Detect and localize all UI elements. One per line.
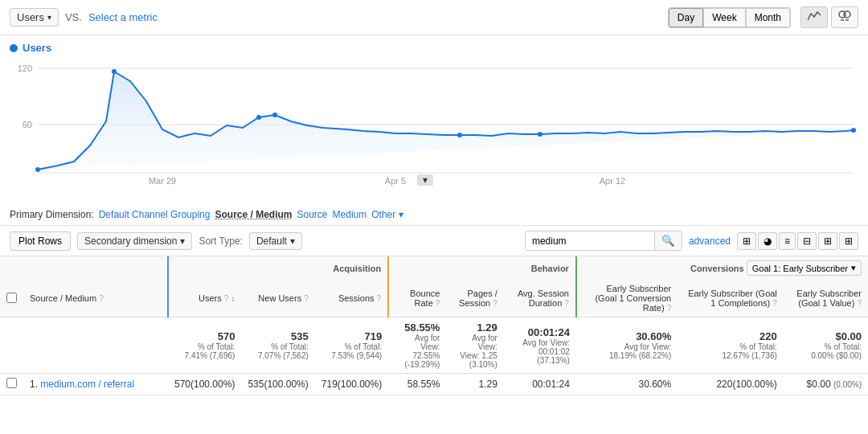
svg-text:Apr 5: Apr 5 <box>385 176 406 186</box>
filter2-view-button[interactable]: ⊞ <box>818 232 837 250</box>
source-medium-link[interactable]: Source / Medium <box>215 209 292 220</box>
bounce-help-icon[interactable]: ? <box>436 299 440 308</box>
sort-type-dropdown[interactable]: Default ▾ <box>249 232 302 250</box>
users-dropdown[interactable]: Users ▾ <box>10 8 59 27</box>
sort-arrow-icon: ▾ <box>290 235 295 247</box>
week-button[interactable]: Week <box>703 8 745 27</box>
th-sessions: Sessions ? <box>315 280 388 317</box>
source-medium-help-icon[interactable]: ? <box>99 294 104 303</box>
svg-point-14 <box>538 132 542 137</box>
row1-conv-rate: 30.60% <box>576 374 678 395</box>
table-view-button[interactable]: ⊞ <box>839 232 858 250</box>
default-channel-link[interactable]: Default Channel Grouping <box>99 209 211 220</box>
conversions-header: Conversions Goal 1: Early Subscriber ▾ <box>576 256 868 280</box>
conversions-label: Conversions <box>690 264 744 273</box>
other-dropdown[interactable]: Other ▾ <box>371 209 403 220</box>
sessions-help-icon[interactable]: ? <box>377 294 382 303</box>
row1-avg-session: 00:01:24 <box>504 374 576 395</box>
pie-chart-button[interactable] <box>831 6 858 28</box>
totals-sessions-cell: 719 % of Total: 7.53% (9,544) <box>315 317 388 374</box>
table-row: 1. medium.com / referral 570(100.00%) 53… <box>0 374 868 395</box>
source-medium-col-header <box>23 256 168 280</box>
table-column-header-row: Source / Medium ? Users ? ↓ New Users ? … <box>0 280 868 317</box>
medium-link[interactable]: Medium <box>333 209 367 220</box>
secondary-dimension-dropdown[interactable]: Secondary dimension ▾ <box>77 232 192 250</box>
chart-legend: Users <box>10 42 858 54</box>
totals-pages-cell: 1.29 Avg for View: View: 1.25 (3.10%) <box>446 317 503 374</box>
table-section-header-row: Acquisition Behavior Conversions Goal 1:… <box>0 256 868 280</box>
primary-dimension-bar: Primary Dimension: Default Channel Group… <box>0 204 868 226</box>
users-sort-icon[interactable]: ↓ <box>231 294 235 303</box>
th-source-medium: Source / Medium ? <box>23 280 168 317</box>
th-bounce-rate: Bounce Rate ? <box>388 280 446 317</box>
th-users: Users ? ↓ <box>168 280 241 317</box>
totals-value-cell: $0.00 % of Total: 0.00% ($0.00) <box>784 317 868 374</box>
conv-rate-help-icon[interactable]: ? <box>667 304 672 313</box>
svg-point-1 <box>844 11 850 18</box>
goal-dropdown[interactable]: Goal 1: Early Subscriber ▾ <box>747 260 862 276</box>
row1-new-users: 535(100.00%) <box>241 374 314 395</box>
view-buttons: ⊞ ◕ ≡ ⊟ ⊞ ⊞ <box>737 232 858 250</box>
chart-svg: 120 60 <box>10 57 858 186</box>
chart-container: Users 120 60 <box>0 35 868 204</box>
search-box: 🔍 <box>525 231 682 251</box>
row1-pages: 1.29 <box>446 374 503 395</box>
behavior-header: Behavior <box>388 256 576 280</box>
totals-row: 570 % of Total: 7.41% (7,696) 535 % of T… <box>0 317 868 374</box>
month-button[interactable]: Month <box>746 8 790 27</box>
totals-conv-rate-cell: 30.60% Avg for View: 18.19% (68.22%) <box>576 317 678 374</box>
totals-avg-session-cell: 00:01:24 Avg for View: 00:01:02 (37.13%) <box>504 317 576 374</box>
select-metric-link[interactable]: Select a metric <box>88 11 158 23</box>
svg-point-12 <box>272 113 277 117</box>
th-conv-rate: Early Subscriber (Goal 1 Conversion Rate… <box>576 280 678 317</box>
select-all-checkbox[interactable] <box>6 293 17 303</box>
totals-new-users-cell: 535 % of Total: 7.07% (7,562) <box>241 317 314 374</box>
primary-dim-label: Primary Dimension: <box>10 209 94 220</box>
totals-label-cell <box>23 317 168 374</box>
svg-point-15 <box>851 128 856 133</box>
dropdown-arrow-icon: ▾ <box>47 13 51 22</box>
row1-checkbox-input[interactable] <box>6 378 17 388</box>
totals-completions-cell: 220 % of Total: 12.67% (1,736) <box>678 317 784 374</box>
people-chart-icon <box>838 10 851 22</box>
search-input[interactable] <box>526 232 654 250</box>
data-table: Acquisition Behavior Conversions Goal 1:… <box>0 256 868 395</box>
svg-text:60: 60 <box>23 120 32 129</box>
time-button-group: Day Week Month <box>668 7 791 28</box>
line-chart-button[interactable] <box>800 6 828 28</box>
secondary-dim-arrow-icon: ▾ <box>180 235 185 247</box>
chart-type-buttons <box>800 6 858 28</box>
th-avg-session: Avg. Session Duration ? <box>504 280 576 317</box>
avg-session-help-icon[interactable]: ? <box>564 299 569 308</box>
search-button[interactable]: 🔍 <box>654 231 682 250</box>
users-help-icon[interactable]: ? <box>224 294 229 303</box>
row1-completions: 220(100.00%) <box>678 374 784 395</box>
vs-label: VS. <box>65 11 82 23</box>
chart-expand-icon[interactable]: ▾ <box>417 174 433 186</box>
pages-help-icon[interactable]: ? <box>493 299 497 308</box>
advanced-link[interactable]: advanced <box>689 235 731 247</box>
pie-view-button[interactable]: ◕ <box>758 232 777 250</box>
filter1-view-button[interactable]: ⊟ <box>797 232 817 250</box>
row1-bounce: 58.55% <box>388 374 446 395</box>
goal-arrow-icon: ▾ <box>851 263 856 273</box>
day-button[interactable]: Day <box>669 8 703 27</box>
row1-link[interactable]: medium.com / referral <box>40 379 134 390</box>
row1-sessions: 719(100.00%) <box>315 374 388 395</box>
svg-text:Apr 12: Apr 12 <box>600 176 625 186</box>
value-help-icon[interactable]: ? <box>857 299 862 308</box>
new-users-help-icon[interactable]: ? <box>304 294 309 303</box>
completions-help-icon[interactable]: ? <box>772 299 777 308</box>
source-link[interactable]: Source <box>297 209 328 220</box>
list-view-button[interactable]: ≡ <box>779 232 796 250</box>
plot-rows-button[interactable]: Plot Rows <box>10 231 71 251</box>
header-left: Users ▾ VS. Select a metric <box>10 8 158 27</box>
other-arrow-icon: ▾ <box>399 209 403 220</box>
checkbox-col-header <box>0 256 23 280</box>
totals-bounce-cell: 58.55% Avg for View: 72.55% (-19.29%) <box>388 317 446 374</box>
svg-point-9 <box>35 167 40 172</box>
legend-dot <box>10 44 18 52</box>
th-checkbox <box>0 280 23 317</box>
row1-checkbox <box>0 374 23 395</box>
grid-view-button[interactable]: ⊞ <box>737 232 756 250</box>
